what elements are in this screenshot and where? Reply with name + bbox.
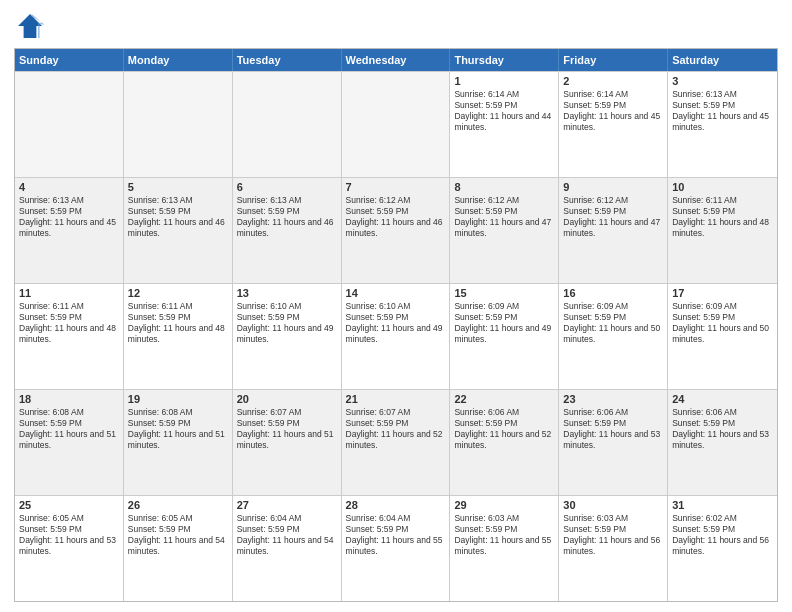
day-cell-17: 17Sunrise: 6:09 AMSunset: 5:59 PMDayligh… bbox=[668, 284, 777, 389]
day-info: Sunrise: 6:09 AMSunset: 5:59 PMDaylight:… bbox=[672, 301, 773, 345]
day-info: Sunrise: 6:14 AMSunset: 5:59 PMDaylight:… bbox=[563, 89, 663, 133]
day-number: 29 bbox=[454, 499, 554, 511]
day-number: 20 bbox=[237, 393, 337, 405]
header-sunday: Sunday bbox=[15, 49, 124, 71]
day-number: 8 bbox=[454, 181, 554, 193]
header-friday: Friday bbox=[559, 49, 668, 71]
day-number: 26 bbox=[128, 499, 228, 511]
day-cell-1: 1Sunrise: 6:14 AMSunset: 5:59 PMDaylight… bbox=[450, 72, 559, 177]
day-info: Sunrise: 6:06 AMSunset: 5:59 PMDaylight:… bbox=[672, 407, 773, 451]
week-row-4: 18Sunrise: 6:08 AMSunset: 5:59 PMDayligh… bbox=[15, 389, 777, 495]
day-cell-23: 23Sunrise: 6:06 AMSunset: 5:59 PMDayligh… bbox=[559, 390, 668, 495]
day-number: 21 bbox=[346, 393, 446, 405]
day-number: 15 bbox=[454, 287, 554, 299]
week-row-2: 4Sunrise: 6:13 AMSunset: 5:59 PMDaylight… bbox=[15, 177, 777, 283]
day-number: 9 bbox=[563, 181, 663, 193]
day-number: 25 bbox=[19, 499, 119, 511]
day-info: Sunrise: 6:04 AMSunset: 5:59 PMDaylight:… bbox=[237, 513, 337, 557]
page: SundayMondayTuesdayWednesdayThursdayFrid… bbox=[0, 0, 792, 612]
header-tuesday: Tuesday bbox=[233, 49, 342, 71]
day-cell-empty bbox=[15, 72, 124, 177]
day-cell-12: 12Sunrise: 6:11 AMSunset: 5:59 PMDayligh… bbox=[124, 284, 233, 389]
day-cell-7: 7Sunrise: 6:12 AMSunset: 5:59 PMDaylight… bbox=[342, 178, 451, 283]
day-number: 30 bbox=[563, 499, 663, 511]
day-number: 12 bbox=[128, 287, 228, 299]
day-number: 3 bbox=[672, 75, 773, 87]
day-cell-24: 24Sunrise: 6:06 AMSunset: 5:59 PMDayligh… bbox=[668, 390, 777, 495]
day-cell-19: 19Sunrise: 6:08 AMSunset: 5:59 PMDayligh… bbox=[124, 390, 233, 495]
day-info: Sunrise: 6:12 AMSunset: 5:59 PMDaylight:… bbox=[346, 195, 446, 239]
day-cell-26: 26Sunrise: 6:05 AMSunset: 5:59 PMDayligh… bbox=[124, 496, 233, 601]
day-number: 4 bbox=[19, 181, 119, 193]
day-info: Sunrise: 6:12 AMSunset: 5:59 PMDaylight:… bbox=[454, 195, 554, 239]
day-cell-8: 8Sunrise: 6:12 AMSunset: 5:59 PMDaylight… bbox=[450, 178, 559, 283]
day-info: Sunrise: 6:11 AMSunset: 5:59 PMDaylight:… bbox=[19, 301, 119, 345]
day-cell-4: 4Sunrise: 6:13 AMSunset: 5:59 PMDaylight… bbox=[15, 178, 124, 283]
day-cell-2: 2Sunrise: 6:14 AMSunset: 5:59 PMDaylight… bbox=[559, 72, 668, 177]
day-number: 14 bbox=[346, 287, 446, 299]
day-info: Sunrise: 6:09 AMSunset: 5:59 PMDaylight:… bbox=[454, 301, 554, 345]
header-wednesday: Wednesday bbox=[342, 49, 451, 71]
day-cell-14: 14Sunrise: 6:10 AMSunset: 5:59 PMDayligh… bbox=[342, 284, 451, 389]
day-cell-3: 3Sunrise: 6:13 AMSunset: 5:59 PMDaylight… bbox=[668, 72, 777, 177]
day-number: 27 bbox=[237, 499, 337, 511]
day-info: Sunrise: 6:04 AMSunset: 5:59 PMDaylight:… bbox=[346, 513, 446, 557]
day-number: 17 bbox=[672, 287, 773, 299]
day-cell-22: 22Sunrise: 6:06 AMSunset: 5:59 PMDayligh… bbox=[450, 390, 559, 495]
day-info: Sunrise: 6:11 AMSunset: 5:59 PMDaylight:… bbox=[672, 195, 773, 239]
day-cell-20: 20Sunrise: 6:07 AMSunset: 5:59 PMDayligh… bbox=[233, 390, 342, 495]
day-info: Sunrise: 6:08 AMSunset: 5:59 PMDaylight:… bbox=[128, 407, 228, 451]
day-number: 2 bbox=[563, 75, 663, 87]
day-cell-27: 27Sunrise: 6:04 AMSunset: 5:59 PMDayligh… bbox=[233, 496, 342, 601]
day-info: Sunrise: 6:05 AMSunset: 5:59 PMDaylight:… bbox=[128, 513, 228, 557]
day-cell-18: 18Sunrise: 6:08 AMSunset: 5:59 PMDayligh… bbox=[15, 390, 124, 495]
day-info: Sunrise: 6:13 AMSunset: 5:59 PMDaylight:… bbox=[128, 195, 228, 239]
header bbox=[14, 10, 778, 42]
day-number: 28 bbox=[346, 499, 446, 511]
day-number: 1 bbox=[454, 75, 554, 87]
day-info: Sunrise: 6:02 AMSunset: 5:59 PMDaylight:… bbox=[672, 513, 773, 557]
day-cell-13: 13Sunrise: 6:10 AMSunset: 5:59 PMDayligh… bbox=[233, 284, 342, 389]
day-cell-empty bbox=[124, 72, 233, 177]
day-info: Sunrise: 6:07 AMSunset: 5:59 PMDaylight:… bbox=[346, 407, 446, 451]
day-info: Sunrise: 6:11 AMSunset: 5:59 PMDaylight:… bbox=[128, 301, 228, 345]
day-number: 31 bbox=[672, 499, 773, 511]
day-number: 18 bbox=[19, 393, 119, 405]
day-info: Sunrise: 6:08 AMSunset: 5:59 PMDaylight:… bbox=[19, 407, 119, 451]
day-cell-30: 30Sunrise: 6:03 AMSunset: 5:59 PMDayligh… bbox=[559, 496, 668, 601]
day-number: 24 bbox=[672, 393, 773, 405]
day-info: Sunrise: 6:03 AMSunset: 5:59 PMDaylight:… bbox=[563, 513, 663, 557]
calendar: SundayMondayTuesdayWednesdayThursdayFrid… bbox=[14, 48, 778, 602]
header-thursday: Thursday bbox=[450, 49, 559, 71]
day-cell-16: 16Sunrise: 6:09 AMSunset: 5:59 PMDayligh… bbox=[559, 284, 668, 389]
day-number: 7 bbox=[346, 181, 446, 193]
day-info: Sunrise: 6:05 AMSunset: 5:59 PMDaylight:… bbox=[19, 513, 119, 557]
day-cell-21: 21Sunrise: 6:07 AMSunset: 5:59 PMDayligh… bbox=[342, 390, 451, 495]
day-info: Sunrise: 6:06 AMSunset: 5:59 PMDaylight:… bbox=[563, 407, 663, 451]
day-cell-15: 15Sunrise: 6:09 AMSunset: 5:59 PMDayligh… bbox=[450, 284, 559, 389]
logo-icon bbox=[14, 10, 46, 42]
logo bbox=[14, 10, 50, 42]
day-cell-10: 10Sunrise: 6:11 AMSunset: 5:59 PMDayligh… bbox=[668, 178, 777, 283]
day-number: 23 bbox=[563, 393, 663, 405]
day-info: Sunrise: 6:10 AMSunset: 5:59 PMDaylight:… bbox=[346, 301, 446, 345]
day-cell-empty bbox=[233, 72, 342, 177]
week-row-1: 1Sunrise: 6:14 AMSunset: 5:59 PMDaylight… bbox=[15, 71, 777, 177]
day-info: Sunrise: 6:07 AMSunset: 5:59 PMDaylight:… bbox=[237, 407, 337, 451]
day-info: Sunrise: 6:13 AMSunset: 5:59 PMDaylight:… bbox=[672, 89, 773, 133]
day-cell-29: 29Sunrise: 6:03 AMSunset: 5:59 PMDayligh… bbox=[450, 496, 559, 601]
day-info: Sunrise: 6:06 AMSunset: 5:59 PMDaylight:… bbox=[454, 407, 554, 451]
calendar-body: 1Sunrise: 6:14 AMSunset: 5:59 PMDaylight… bbox=[15, 71, 777, 601]
day-cell-6: 6Sunrise: 6:13 AMSunset: 5:59 PMDaylight… bbox=[233, 178, 342, 283]
day-cell-5: 5Sunrise: 6:13 AMSunset: 5:59 PMDaylight… bbox=[124, 178, 233, 283]
day-cell-11: 11Sunrise: 6:11 AMSunset: 5:59 PMDayligh… bbox=[15, 284, 124, 389]
day-info: Sunrise: 6:03 AMSunset: 5:59 PMDaylight:… bbox=[454, 513, 554, 557]
day-number: 16 bbox=[563, 287, 663, 299]
header-saturday: Saturday bbox=[668, 49, 777, 71]
day-cell-empty bbox=[342, 72, 451, 177]
day-number: 19 bbox=[128, 393, 228, 405]
day-number: 11 bbox=[19, 287, 119, 299]
day-number: 13 bbox=[237, 287, 337, 299]
day-info: Sunrise: 6:13 AMSunset: 5:59 PMDaylight:… bbox=[237, 195, 337, 239]
day-number: 6 bbox=[237, 181, 337, 193]
